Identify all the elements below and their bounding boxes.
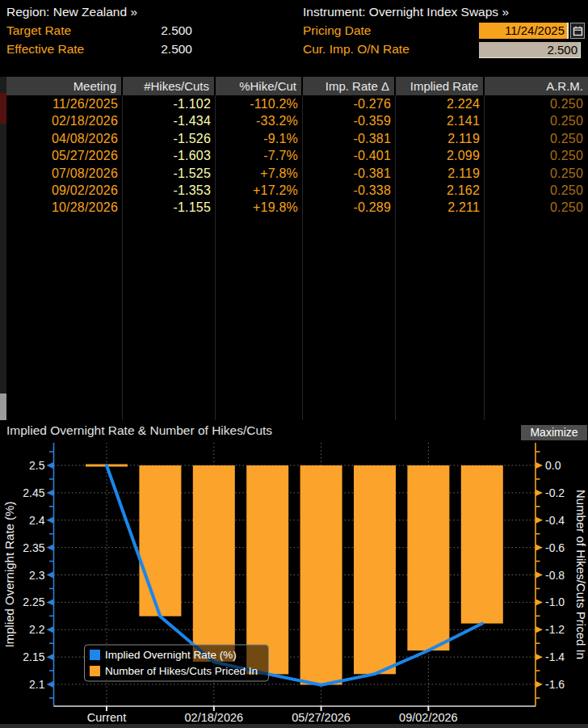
top-header: Region: New Zealand » Instrument: Overni… <box>0 0 588 73</box>
line-series-swatch <box>90 650 100 660</box>
cur-imp-rate-input[interactable]: 2.500 <box>479 42 581 58</box>
bar <box>300 465 342 685</box>
effective-rate-value: 2.500 <box>121 42 192 57</box>
x-axis-label: 09/02/2026 <box>399 711 458 724</box>
column-divider <box>395 95 396 420</box>
cell-hikes-cuts: -1.526 <box>123 130 216 147</box>
column-header-hikes-cuts: #Hikes/Cuts <box>123 77 216 95</box>
cell-arm: 0.250 <box>485 112 588 129</box>
chart-canvas: 2.50.02.45-0.22.4-0.42.35-0.62.3-0.82.25… <box>0 441 588 724</box>
table-row[interactable]: 11/26/2025-1.102-110.2%-0.2762.2240.250 <box>6 95 588 112</box>
effective-rate-label: Effective Rate <box>6 42 84 57</box>
cell-imp-rate-delta: -0.381 <box>303 130 396 147</box>
left-axis-tick-label: 2.15 <box>23 650 44 663</box>
cell-pct-hike-cut: -7.7% <box>216 147 303 164</box>
bar <box>461 465 503 624</box>
table-row[interactable]: 02/18/2026-1.434-33.2%-0.3592.1410.250 <box>6 112 588 129</box>
cell-meeting: 04/08/2026 <box>6 130 123 147</box>
right-axis-tick-label: -0.6 <box>545 541 565 554</box>
cell-imp-rate-delta: -0.381 <box>303 165 396 182</box>
instrument-label: Instrument: <box>303 5 366 19</box>
column-header-implied-rate: Implied Rate <box>396 77 485 95</box>
cell-meeting: 02/18/2026 <box>6 112 123 129</box>
cell-hikes-cuts: -1.353 <box>123 182 216 199</box>
cell-hikes-cuts: -1.603 <box>123 147 216 164</box>
column-divider <box>302 95 303 420</box>
cell-implied-rate: 2.119 <box>396 130 485 147</box>
calendar-button[interactable] <box>570 23 585 39</box>
scrollbar-marker <box>0 93 6 124</box>
cell-meeting: 10/28/2026 <box>6 199 123 216</box>
left-axis-tick-label: 2.2 <box>29 623 45 636</box>
legend-label: Implied Overnight Rate (%) <box>105 649 237 661</box>
cell-meeting: 05/27/2026 <box>6 147 123 164</box>
column-header-meeting: Meeting <box>6 77 123 95</box>
table-header: Meeting#Hikes/Cuts%Hike/CutImp. Rate ΔIm… <box>6 77 588 95</box>
cell-pct-hike-cut: -33.2% <box>216 112 303 129</box>
cell-meeting: 11/26/2025 <box>6 95 123 112</box>
table-scrollbar[interactable] <box>0 77 6 420</box>
bar-series-swatch <box>90 666 100 676</box>
cell-arm: 0.250 <box>485 199 588 216</box>
table-body: 11/26/2025-1.102-110.2%-0.2762.2240.2500… <box>6 95 588 217</box>
cell-pct-hike-cut: +17.2% <box>216 182 303 199</box>
scrollbar-thumb[interactable] <box>0 393 6 420</box>
column-header-pct-hike-cut: %Hike/Cut <box>216 77 303 95</box>
column-divider <box>484 95 485 420</box>
table-row[interactable]: 10/28/2026-1.155+19.8%-0.2892.2110.250 <box>6 199 588 216</box>
cell-imp-rate-delta: -0.276 <box>303 95 396 112</box>
table-row[interactable]: 05/27/2026-1.603-7.7%-0.4012.0990.250 <box>6 147 588 164</box>
region-link[interactable]: Region: New Zealand » <box>6 5 137 19</box>
bar <box>407 465 449 650</box>
cell-imp-rate-delta: -0.359 <box>303 112 396 129</box>
chart-legend: Implied Overnight Rate (%)Number of Hike… <box>85 645 269 681</box>
maximize-button[interactable]: Maximize <box>521 425 587 440</box>
column-divider <box>215 95 216 420</box>
left-axis-tick-label: 2.25 <box>23 595 44 608</box>
x-axis-label: Current <box>87 711 126 724</box>
x-axis-label: 02/18/2026 <box>185 711 244 724</box>
instrument-link[interactable]: Instrument: Overnight Index Swaps » <box>303 5 509 19</box>
pricing-date-input[interactable]: 11/24/2025 <box>479 23 569 39</box>
bar <box>246 465 288 674</box>
cell-imp-rate-delta: -0.401 <box>303 147 396 164</box>
left-axis-title: Implied Overnight Rate (%) <box>2 502 16 648</box>
cell-pct-hike-cut: +19.8% <box>216 199 303 216</box>
bar <box>139 465 181 616</box>
cell-hikes-cuts: -1.155 <box>123 199 216 216</box>
left-axis-tick-label: 2.1 <box>29 678 45 691</box>
bar <box>193 465 235 662</box>
cell-hikes-cuts: -1.434 <box>123 112 216 129</box>
instrument-value: Overnight Index Swaps » <box>369 5 509 19</box>
column-divider <box>122 95 123 420</box>
pricing-date-label: Pricing Date <box>303 23 371 38</box>
right-axis-tick-label: -1.0 <box>545 595 565 608</box>
right-axis-tick-label: -0.4 <box>545 514 565 527</box>
cell-implied-rate: 2.211 <box>396 199 485 216</box>
cell-hikes-cuts: -1.102 <box>123 95 216 112</box>
left-axis-tick-label: 2.4 <box>29 514 45 527</box>
legend-label: Number of Hikes/Cuts Priced In <box>105 665 258 677</box>
cell-meeting: 07/08/2026 <box>6 165 123 182</box>
cell-implied-rate: 2.141 <box>396 112 485 129</box>
right-axis-tick-label: -0.8 <box>545 569 565 582</box>
right-axis-tick-label: 0.0 <box>545 459 561 472</box>
left-axis-tick-label: 2.35 <box>23 541 44 554</box>
right-axis-tick-label: -1.6 <box>545 678 565 691</box>
target-rate-value: 2.500 <box>121 23 192 38</box>
table-row[interactable]: 04/08/2026-1.526-9.1%-0.3812.1190.250 <box>6 130 588 147</box>
cell-arm: 0.250 <box>485 147 588 164</box>
table-row[interactable]: 07/08/2026-1.525+7.8%-0.3812.1190.250 <box>6 165 588 182</box>
x-axis-label: 05/27/2026 <box>292 711 351 724</box>
right-axis-tick-label: -1.4 <box>545 650 565 663</box>
cell-implied-rate: 2.099 <box>396 147 485 164</box>
cell-arm: 0.250 <box>485 130 588 147</box>
cell-implied-rate: 2.224 <box>396 95 485 112</box>
cell-meeting: 09/02/2026 <box>6 182 123 199</box>
table-row[interactable]: 09/02/2026-1.353+17.2%-0.3382.1620.250 <box>6 182 588 199</box>
bar <box>354 465 396 674</box>
left-axis-tick-label: 2.45 <box>23 486 44 499</box>
cell-arm: 0.250 <box>485 95 588 112</box>
cell-pct-hike-cut: -110.2% <box>216 95 303 112</box>
right-axis-title: Number of Hikes/Cuts Priced In <box>574 490 588 659</box>
